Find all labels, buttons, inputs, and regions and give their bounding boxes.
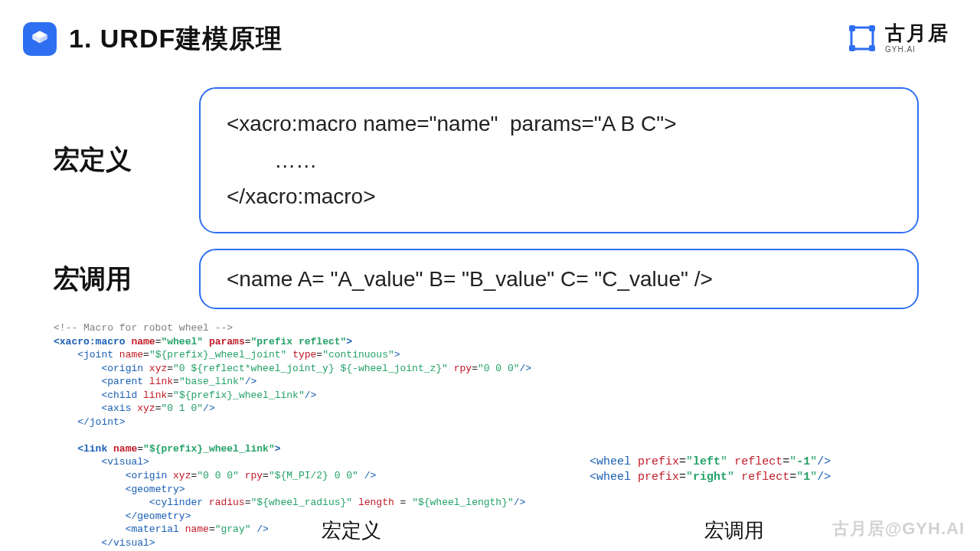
logo-icon xyxy=(23,22,57,56)
svg-rect-5 xyxy=(869,25,875,31)
row-macro-call: 宏调用 <name A= "A_value" B= "B_value" C= "… xyxy=(0,249,980,310)
label-macro-call: 宏调用 xyxy=(54,262,199,297)
box-macro-def: <xacro:macro name="name" params="A B C">… xyxy=(199,87,919,233)
caption-left: 宏定义 xyxy=(322,517,381,544)
svg-rect-7 xyxy=(869,45,875,51)
brand-name-en: GYH.AI xyxy=(885,46,949,54)
caption-right: 宏调用 xyxy=(704,517,764,544)
page-title: 1. URDF建模原理 xyxy=(69,21,283,57)
brand-name-cn: 古月居 xyxy=(885,23,949,43)
label-macro-def: 宏定义 xyxy=(54,142,199,178)
svg-rect-6 xyxy=(849,45,855,51)
code-block-definition: <!-- Macro for robot wheel --> <xacro:ma… xyxy=(54,321,528,551)
watermark: 古月居@GYH.AI xyxy=(832,517,965,540)
row-macro-definition: 宏定义 <xacro:macro name="name" params="A B… xyxy=(0,87,980,233)
slide-header: 1. URDF建模原理 xyxy=(0,0,980,57)
box-macro-call: <name A= "A_value" B= "B_value" C= "C_va… xyxy=(199,249,919,310)
svg-rect-4 xyxy=(849,25,855,31)
brand-icon xyxy=(847,23,877,54)
code-block-call: <wheel prefix="left" reflect="-1"/> <whe… xyxy=(590,455,911,486)
brand-logo: 古月居 GYH.AI xyxy=(847,23,949,54)
